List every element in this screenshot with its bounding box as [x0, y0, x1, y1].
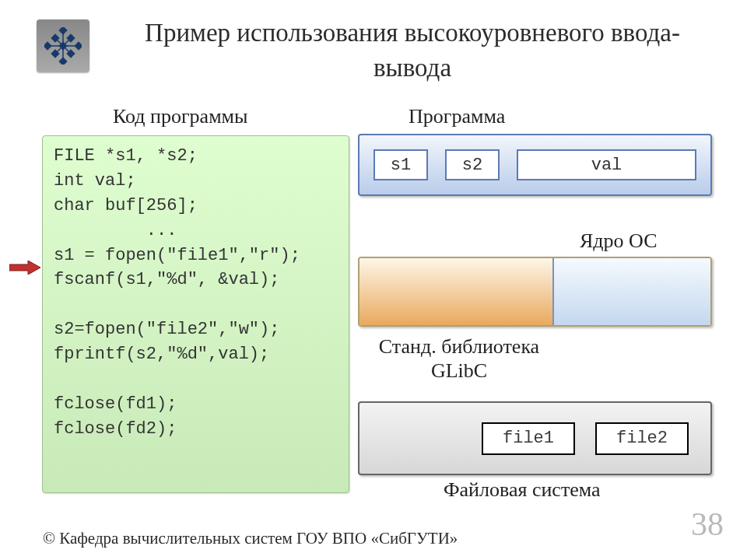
kernel-left-region: [359, 258, 552, 325]
arrow-right-icon: [9, 261, 40, 275]
logo-icon: [37, 19, 89, 72]
page-number: 38: [691, 506, 724, 543]
footer-copyright: © Кафедра вычислительных систем ГОУ ВПО …: [43, 529, 458, 548]
filesystem-box: file1 file2: [358, 401, 712, 475]
kernel-right-region: [552, 258, 710, 325]
label-kernel: Ядро ОС: [580, 229, 658, 253]
var-s2: s2: [445, 149, 500, 180]
var-s1: s1: [374, 149, 428, 180]
file-file2: file2: [595, 422, 689, 455]
kernel-box: [358, 257, 712, 327]
label-code: Код программы: [113, 105, 248, 128]
var-val: val: [517, 149, 696, 180]
file-file1: file1: [482, 422, 575, 455]
label-glibc: Станд. библиотека GLibC: [374, 334, 545, 383]
program-box: s1 s2 val: [358, 134, 712, 196]
label-program: Программа: [409, 105, 505, 128]
label-filesystem: Файловая система: [444, 478, 601, 502]
code-block: FILE *s1, *s2; int val; char buf[256]; .…: [42, 135, 349, 493]
slide-title: Пример использования высокоуровневого вв…: [109, 16, 716, 85]
